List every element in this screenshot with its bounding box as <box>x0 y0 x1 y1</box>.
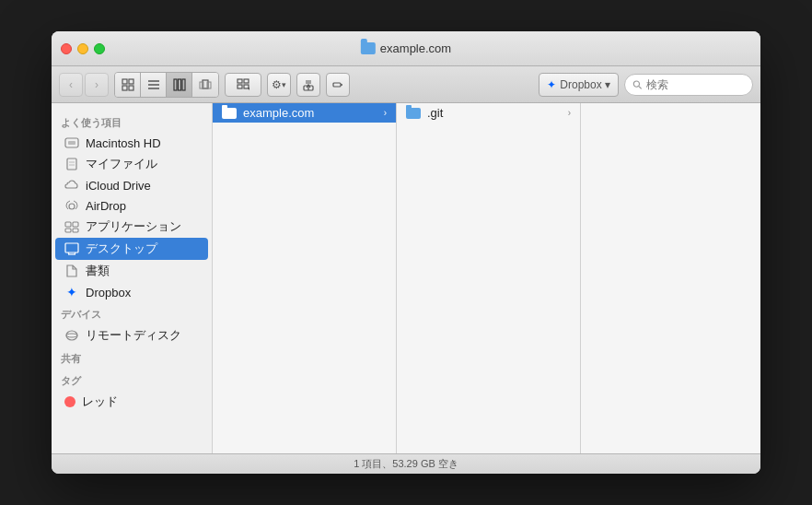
documents-icon <box>64 264 79 278</box>
sidebar-item-applications[interactable]: アプリケーション <box>55 216 208 238</box>
sidebar-item-label: アプリケーション <box>86 218 181 235</box>
sidebar-item-label: AirDrop <box>86 199 126 213</box>
minimize-button[interactable] <box>77 43 88 54</box>
svg-rect-22 <box>333 83 341 87</box>
sidebar-item-documents[interactable]: 書類 <box>55 260 208 282</box>
svg-rect-9 <box>182 79 185 90</box>
sidebar-item-airdrop[interactable]: AirDrop <box>55 195 208 216</box>
applications-icon <box>64 219 79 234</box>
search-input[interactable] <box>646 78 745 91</box>
sidebar-section-favorites: よく使う項目 <box>52 111 212 133</box>
remotedisk-icon <box>64 328 79 343</box>
svg-rect-28 <box>67 159 76 170</box>
share-icon <box>302 78 315 91</box>
cloud-icon <box>64 178 79 193</box>
action-dropdown-icon: ▾ <box>282 80 286 89</box>
airdrop-icon <box>64 198 79 213</box>
column-item-git[interactable]: .git › <box>397 103 580 123</box>
column-item-example-com[interactable]: example.com › <box>213 103 396 123</box>
svg-rect-34 <box>65 229 71 232</box>
coverflow-view-button[interactable] <box>192 73 218 97</box>
sidebar-item-desktop[interactable]: デスクトップ <box>55 238 208 260</box>
sidebar-item-remotedisk[interactable]: リモートディスク <box>55 324 208 346</box>
svg-rect-0 <box>122 79 127 84</box>
folder-icon <box>222 108 237 119</box>
list-view-button[interactable] <box>141 73 167 97</box>
action-button[interactable]: ⚙ ▾ <box>267 73 291 97</box>
sidebar-item-label: Dropbox <box>86 286 131 299</box>
window-title: example.com <box>380 41 451 55</box>
svg-line-25 <box>639 86 642 88</box>
main-content: よく使う項目 Macintosh HD マイファイル iCl <box>52 103 760 453</box>
tag-icon <box>331 78 344 91</box>
forward-button[interactable]: › <box>85 73 109 97</box>
share-button[interactable] <box>296 73 320 97</box>
svg-rect-15 <box>238 85 242 88</box>
icon-view-button[interactable] <box>115 73 141 97</box>
svg-rect-1 <box>129 79 133 84</box>
sidebar-section-tags: タグ <box>52 369 212 391</box>
dropbox-label: Dropbox ▾ <box>560 78 610 91</box>
close-button[interactable] <box>61 43 72 54</box>
list-view-icon <box>147 78 160 91</box>
coverflow-icon <box>199 78 212 91</box>
svg-rect-13 <box>238 79 242 83</box>
hd-icon <box>64 135 79 150</box>
sidebar-item-label: レッド <box>82 393 118 410</box>
dropbox-icon: ✦ <box>547 78 556 91</box>
folder-icon <box>406 108 421 119</box>
column-view-icon <box>173 78 186 91</box>
status-text: 1 項目、53.29 GB 空き <box>354 457 458 471</box>
toolbar: ‹ › <box>52 66 760 103</box>
sidebar-item-label: 書類 <box>86 263 110 279</box>
desktop-icon <box>64 241 79 256</box>
column-item-label: .git <box>427 106 443 120</box>
dropbox-sidebar-icon: ✦ <box>64 285 79 299</box>
svg-rect-14 <box>244 79 249 83</box>
svg-rect-7 <box>174 79 177 90</box>
svg-point-40 <box>66 331 77 340</box>
svg-rect-27 <box>68 141 75 145</box>
svg-point-24 <box>633 81 639 87</box>
sidebar-section-devices: デバイス <box>52 302 212 324</box>
sidebar-item-label: リモートディスク <box>86 327 181 344</box>
title-folder-icon <box>361 42 376 54</box>
column-3 <box>581 103 760 453</box>
search-box[interactable] <box>624 74 753 96</box>
maximize-button[interactable] <box>94 43 105 54</box>
sidebar: よく使う項目 Macintosh HD マイファイル iCl <box>52 103 213 453</box>
window-title-area: example.com <box>361 41 451 55</box>
svg-rect-36 <box>65 243 78 252</box>
tag-button[interactable] <box>326 73 350 97</box>
search-icon <box>632 79 643 90</box>
svg-point-41 <box>66 334 77 337</box>
forward-icon: › <box>95 78 99 91</box>
status-bar: 1 項目、53.29 GB 空き <box>52 453 760 474</box>
chevron-right-icon: › <box>568 108 571 118</box>
sidebar-item-label: Macintosh HD <box>86 136 161 150</box>
column-view: example.com › .git › <box>213 103 760 453</box>
sidebar-item-tag-red[interactable]: レッド <box>55 391 208 413</box>
finder-window: example.com ‹ › <box>52 31 760 474</box>
svg-rect-35 <box>73 229 78 232</box>
sidebar-item-myfiles[interactable]: マイファイル <box>55 153 208 175</box>
column-view-button[interactable] <box>167 73 192 97</box>
dropbox-button[interactable]: ✦ Dropbox ▾ <box>539 73 619 97</box>
svg-rect-8 <box>178 79 180 90</box>
sidebar-item-icloud[interactable]: iCloud Drive <box>55 175 208 195</box>
titlebar: example.com <box>52 31 760 66</box>
arrange-button[interactable]: ▾ <box>225 73 261 97</box>
arrange-icon: ▾ <box>237 78 249 91</box>
myfiles-icon <box>64 157 79 171</box>
tag-red-dot <box>64 396 75 407</box>
gear-icon: ⚙ <box>272 78 282 91</box>
sidebar-section-shared: 共有 <box>52 346 212 369</box>
chevron-right-icon: › <box>384 108 387 118</box>
svg-rect-32 <box>65 222 71 227</box>
back-button[interactable]: ‹ <box>59 73 83 97</box>
sidebar-item-label: デスクトップ <box>86 241 157 257</box>
sidebar-item-dropbox[interactable]: ✦ Dropbox <box>55 282 208 302</box>
icon-view-icon <box>122 78 134 91</box>
sidebar-item-macintosh-hd[interactable]: Macintosh HD <box>55 133 208 153</box>
svg-point-31 <box>69 204 75 209</box>
